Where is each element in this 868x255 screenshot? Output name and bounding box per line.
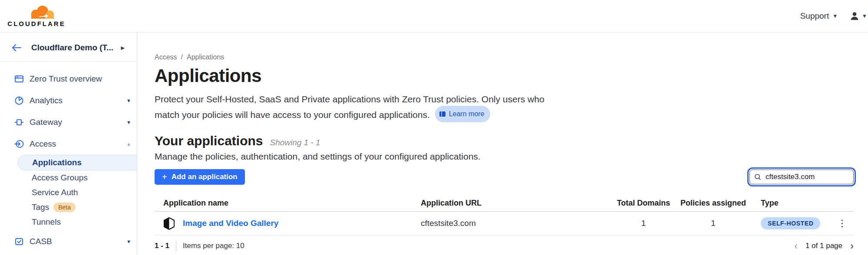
search-input[interactable] [749, 170, 854, 184]
learn-more-badge[interactable]: Learn more [435, 106, 490, 122]
sidebar-item-gateway[interactable]: Gateway ▼ [0, 111, 137, 133]
access-login-icon [14, 139, 24, 149]
overview-window-icon [14, 74, 24, 84]
page-info: 1 of 1 page [805, 242, 842, 250]
plus-icon: + [162, 174, 167, 180]
chevron-down-icon: ▼ [126, 98, 131, 103]
learn-more-label: Learn more [449, 107, 485, 121]
sidebar-item-zero-trust-overview[interactable]: Zero Trust overview [0, 68, 137, 90]
table-row: Image and Video Gallery cftestsite3.com … [155, 212, 854, 235]
sidebar-item-label: Analytics [30, 96, 63, 105]
previous-page-icon[interactable]: ‹ [794, 242, 798, 250]
access-submenu: Applications Access Groups Service Auth … [0, 155, 137, 229]
add-application-label: Add an application [172, 173, 238, 181]
sidebar-item-tags[interactable]: Tags Beta [0, 200, 137, 215]
page-description-line2: match your policies will have access to … [155, 110, 430, 120]
application-url: cftestsite3.com [421, 219, 612, 228]
column-header-policies-assigned[interactable]: Policies assigned [675, 199, 751, 208]
items-range: 1 - 1 [155, 242, 169, 250]
sidebar-item-label: Service Auth [32, 188, 78, 197]
page-title: Applications [155, 65, 854, 86]
account-switcher: Cloudflare Demo (T... ▶ [0, 33, 137, 52]
sidebar-item-label: Applications [32, 158, 82, 167]
next-page-icon[interactable]: › [850, 242, 854, 250]
column-header-application-url[interactable]: Application URL [421, 199, 612, 208]
table-header-row: Application name Application URL Total D… [155, 195, 854, 212]
sidebar-item-label: Access [30, 139, 56, 149]
column-header-type[interactable]: Type [751, 199, 828, 208]
cloudflare-logo-text: CLOUDFLARE [7, 20, 65, 27]
chevron-down-icon: ▼ [126, 239, 131, 244]
application-name-link[interactable]: Image and Video Gallery [183, 219, 278, 228]
sidebar: Cloudflare Demo (T... ▶ Zero Trust overv… [0, 33, 137, 255]
sidebar-item-label: Gateway [30, 118, 62, 127]
chevron-down-icon: ▼ [862, 13, 867, 19]
add-application-button[interactable]: + Add an application [155, 169, 245, 185]
sidebar-item-label: Tags [32, 203, 49, 212]
chevron-down-icon: ▼ [126, 120, 131, 125]
app-cube-icon [163, 217, 175, 230]
beta-badge: Beta [53, 203, 76, 212]
chevron-right-icon[interactable]: ▶ [121, 45, 125, 51]
account-name[interactable]: Cloudflare Demo (T... [31, 43, 121, 52]
user-account-menu[interactable]: ▼ [850, 11, 867, 21]
page-description: Protect your Self-Hosted, SaaS and Priva… [155, 92, 710, 122]
type-badge: SELF-HOSTED [761, 217, 820, 229]
total-domains-value: 1 [612, 219, 675, 228]
footer-divider [176, 240, 176, 252]
items-per-page[interactable]: Items per page: 10 [183, 242, 244, 250]
section-title: Your applications [155, 134, 263, 148]
sidebar-nav: Zero Trust overview Analytics ▼ Gateway … [0, 62, 137, 252]
support-menu[interactable]: Support ▼ [800, 11, 838, 21]
column-header-application-name[interactable]: Application name [155, 199, 421, 208]
showing-count: Showing 1 - 1 [270, 138, 320, 147]
sidebar-item-label: CASB [30, 237, 52, 246]
back-arrow-icon[interactable] [11, 44, 22, 52]
search-box [749, 170, 854, 184]
sidebar-item-applications[interactable]: Applications [17, 155, 137, 170]
sidebar-item-service-auth[interactable]: Service Auth [0, 185, 137, 200]
pie-chart-icon [14, 96, 24, 105]
sidebar-item-label: Tunnels [32, 217, 61, 227]
chevron-down-icon: ▼ [832, 13, 838, 19]
chevron-up-icon: ▲ [126, 141, 131, 147]
policies-assigned-value: 1 [675, 219, 751, 228]
search-icon [754, 173, 761, 180]
gateway-icon [14, 118, 24, 127]
support-label: Support [800, 11, 829, 21]
row-actions-kebab-icon[interactable]: ⋮ [838, 219, 847, 227]
book-icon [439, 111, 446, 117]
section-description: Manage the policies, authentication, and… [155, 151, 854, 162]
breadcrumb-separator: / [181, 53, 183, 61]
sidebar-item-label: Access Groups [32, 173, 88, 183]
cloudflare-logo[interactable]: CLOUDFLARE [8, 5, 65, 27]
user-icon [850, 11, 859, 21]
table-footer: 1 - 1 Items per page: 10 ‹ 1 of 1 page › [155, 240, 854, 252]
cloudflare-cloud-icon [27, 5, 58, 20]
breadcrumb-applications[interactable]: Applications [187, 53, 224, 61]
breadcrumb: Access / Applications [155, 53, 854, 61]
sidebar-item-label: Zero Trust overview [30, 74, 102, 84]
main-content: Access / Applications Applications Prote… [137, 33, 868, 255]
sidebar-item-tunnels[interactable]: Tunnels [0, 215, 137, 229]
sidebar-item-analytics[interactable]: Analytics ▼ [0, 90, 137, 111]
applications-table: Application name Application URL Total D… [155, 195, 854, 235]
sidebar-item-casb[interactable]: CASB ▼ [0, 231, 137, 252]
page-description-line1: Protect your Self-Hosted, SaaS and Priva… [155, 94, 545, 104]
sidebar-item-access-groups[interactable]: Access Groups [0, 170, 137, 185]
top-bar: CLOUDFLARE Support ▼ ▼ [0, 0, 868, 33]
column-header-total-domains[interactable]: Total Domains [612, 199, 675, 208]
sidebar-item-access[interactable]: Access ▲ [0, 133, 137, 155]
casb-check-icon [14, 237, 24, 246]
breadcrumb-access[interactable]: Access [155, 53, 177, 61]
